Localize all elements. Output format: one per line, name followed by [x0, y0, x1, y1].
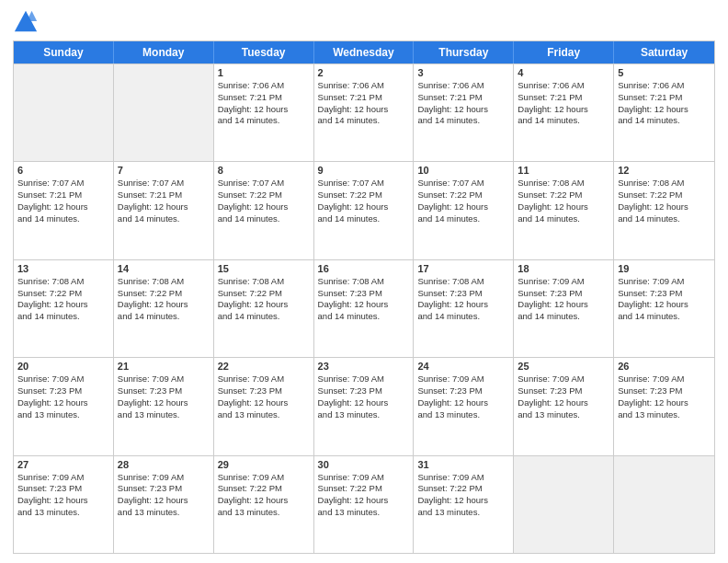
cell-info-line: and 14 minutes.: [618, 213, 711, 225]
day-number: 4: [518, 67, 609, 78]
cell-info-line: Sunset: 7:23 PM: [518, 385, 609, 397]
cell-info-line: and 13 minutes.: [17, 507, 109, 519]
day-number: 20: [17, 361, 109, 372]
cell-info-line: Sunrise: 7:06 AM: [218, 80, 310, 92]
page: SundayMondayTuesdayWednesdayThursdayFrid…: [0, 0, 728, 563]
cell-info-line: Sunrise: 7:08 AM: [118, 276, 210, 288]
cell-info-line: Sunset: 7:21 PM: [518, 92, 609, 104]
calendar-row-1: 1Sunrise: 7:06 AMSunset: 7:21 PMDaylight…: [14, 63, 714, 161]
calendar-cell: 12Sunrise: 7:08 AMSunset: 7:22 PMDayligh…: [614, 162, 714, 259]
calendar-cell: 28Sunrise: 7:09 AMSunset: 7:23 PMDayligh…: [114, 456, 214, 553]
calendar-cell: 6Sunrise: 7:07 AMSunset: 7:21 PMDaylight…: [14, 162, 114, 259]
day-number: 2: [318, 67, 410, 78]
calendar: SundayMondayTuesdayWednesdayThursdayFrid…: [13, 40, 715, 554]
cell-info-line: Sunrise: 7:07 AM: [417, 178, 509, 190]
cell-info-line: Sunrise: 7:09 AM: [618, 373, 711, 385]
calendar-body: 1Sunrise: 7:06 AMSunset: 7:21 PMDaylight…: [14, 63, 714, 553]
cell-info-line: Sunset: 7:22 PM: [318, 483, 410, 495]
day-number: 5: [618, 67, 711, 78]
header-cell-monday: Monday: [114, 41, 214, 63]
header-cell-tuesday: Tuesday: [214, 41, 314, 63]
cell-info-line: and 14 minutes.: [318, 213, 410, 225]
day-number: 12: [618, 165, 711, 176]
cell-info-line: and 14 minutes.: [318, 115, 410, 127]
calendar-cell: 3Sunrise: 7:06 AMSunset: 7:21 PMDaylight…: [414, 64, 514, 161]
cell-info-line: Daylight: 12 hours: [318, 299, 410, 311]
cell-info-line: Daylight: 12 hours: [118, 495, 210, 507]
cell-info-line: and 13 minutes.: [618, 409, 711, 421]
cell-info-line: Sunrise: 7:08 AM: [618, 178, 711, 190]
calendar-cell: 16Sunrise: 7:08 AMSunset: 7:23 PMDayligh…: [314, 260, 415, 357]
cell-info-line: Sunrise: 7:09 AM: [218, 472, 310, 484]
cell-info-line: Sunset: 7:23 PM: [17, 385, 109, 397]
calendar-cell: 31Sunrise: 7:09 AMSunset: 7:22 PMDayligh…: [414, 456, 514, 553]
cell-info-line: Sunset: 7:23 PM: [618, 385, 711, 397]
cell-info-line: Daylight: 12 hours: [17, 201, 109, 213]
day-number: 22: [218, 361, 310, 372]
cell-info-line: Daylight: 12 hours: [17, 495, 109, 507]
cell-info-line: Sunrise: 7:09 AM: [118, 373, 210, 385]
cell-info-line: Sunrise: 7:07 AM: [318, 178, 410, 190]
day-number: 17: [417, 263, 509, 274]
calendar-cell: [614, 456, 714, 553]
cell-info-line: Daylight: 12 hours: [518, 397, 609, 409]
cell-info-line: Daylight: 12 hours: [218, 299, 310, 311]
cell-info-line: Daylight: 12 hours: [417, 495, 509, 507]
cell-info-line: Sunrise: 7:09 AM: [118, 472, 210, 484]
cell-info-line: Sunset: 7:22 PM: [417, 190, 509, 201]
calendar-cell: 4Sunrise: 7:06 AMSunset: 7:21 PMDaylight…: [514, 64, 614, 161]
cell-info-line: Sunrise: 7:09 AM: [318, 472, 410, 484]
cell-info-line: Daylight: 12 hours: [17, 299, 109, 311]
day-number: 19: [618, 263, 711, 274]
calendar-cell: 30Sunrise: 7:09 AMSunset: 7:22 PMDayligh…: [314, 456, 415, 553]
day-number: 10: [417, 165, 509, 176]
header-cell-friday: Friday: [514, 41, 614, 63]
calendar-cell: 10Sunrise: 7:07 AMSunset: 7:22 PMDayligh…: [414, 162, 514, 259]
cell-info-line: Sunset: 7:22 PM: [218, 288, 310, 300]
cell-info-line: Daylight: 12 hours: [218, 201, 310, 213]
cell-info-line: and 13 minutes.: [118, 507, 210, 519]
calendar-cell: 9Sunrise: 7:07 AMSunset: 7:22 PMDaylight…: [314, 162, 415, 259]
cell-info-line: Daylight: 12 hours: [218, 495, 310, 507]
cell-info-line: and 14 minutes.: [417, 213, 509, 225]
day-number: 11: [518, 165, 609, 176]
header-cell-saturday: Saturday: [614, 41, 714, 63]
cell-info-line: Daylight: 12 hours: [417, 299, 509, 311]
cell-info-line: Daylight: 12 hours: [318, 201, 410, 213]
cell-info-line: Sunrise: 7:09 AM: [618, 276, 711, 288]
day-number: 3: [417, 67, 509, 78]
calendar-cell: 13Sunrise: 7:08 AMSunset: 7:22 PMDayligh…: [14, 260, 114, 357]
calendar-row-4: 20Sunrise: 7:09 AMSunset: 7:23 PMDayligh…: [14, 357, 714, 454]
day-number: 15: [218, 263, 310, 274]
day-number: 6: [17, 165, 109, 176]
cell-info-line: Sunrise: 7:09 AM: [318, 373, 410, 385]
cell-info-line: Sunset: 7:22 PM: [618, 190, 711, 201]
cell-info-line: and 14 minutes.: [417, 311, 509, 323]
cell-info-line: Sunrise: 7:07 AM: [118, 178, 210, 190]
cell-info-line: Daylight: 12 hours: [318, 104, 410, 116]
cell-info-line: Sunset: 7:21 PM: [17, 190, 109, 201]
cell-info-line: Daylight: 12 hours: [17, 397, 109, 409]
cell-info-line: and 13 minutes.: [318, 507, 410, 519]
cell-info-line: Sunset: 7:23 PM: [17, 483, 109, 495]
cell-info-line: and 14 minutes.: [118, 213, 210, 225]
day-number: 7: [118, 165, 210, 176]
day-number: 26: [618, 361, 711, 372]
calendar-cell: 25Sunrise: 7:09 AMSunset: 7:23 PMDayligh…: [514, 358, 614, 454]
cell-info-line: and 14 minutes.: [218, 115, 310, 127]
cell-info-line: and 14 minutes.: [618, 115, 711, 127]
cell-info-line: Sunset: 7:22 PM: [518, 190, 609, 201]
cell-info-line: Daylight: 12 hours: [218, 397, 310, 409]
cell-info-line: Sunrise: 7:09 AM: [417, 472, 509, 484]
day-number: 25: [518, 361, 609, 372]
cell-info-line: Sunrise: 7:06 AM: [417, 80, 509, 92]
day-number: 30: [318, 459, 410, 470]
cell-info-line: Daylight: 12 hours: [618, 201, 711, 213]
calendar-cell: 26Sunrise: 7:09 AMSunset: 7:23 PMDayligh…: [614, 358, 714, 454]
calendar-row-2: 6Sunrise: 7:07 AMSunset: 7:21 PMDaylight…: [14, 161, 714, 259]
calendar-header: SundayMondayTuesdayWednesdayThursdayFrid…: [14, 41, 714, 63]
cell-info-line: Sunrise: 7:06 AM: [618, 80, 711, 92]
cell-info-line: Daylight: 12 hours: [618, 104, 711, 116]
cell-info-line: and 13 minutes.: [417, 507, 509, 519]
day-number: 29: [218, 459, 310, 470]
